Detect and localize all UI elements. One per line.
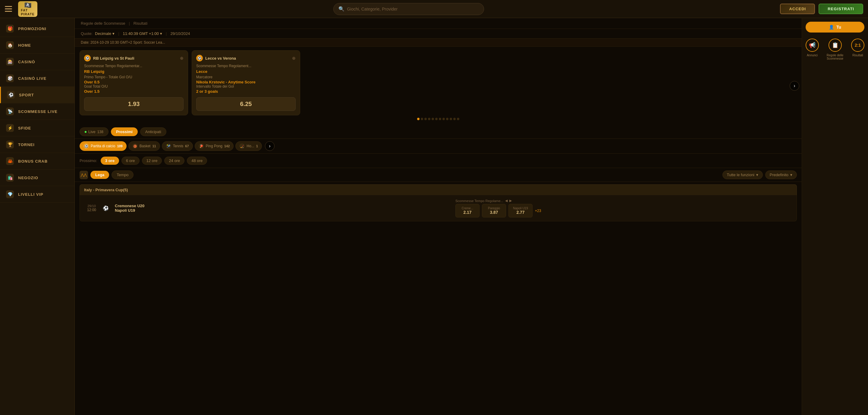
card2-expand-icon[interactable]: ⊕ [292, 56, 296, 61]
user-button[interactable]: 👤 Tu [806, 22, 864, 33]
sport-chips-next-button[interactable]: › [265, 141, 275, 151]
sport-filter-row: ⚽ Partita di calcio 109 🏀 Basket 11 🎾 Te… [75, 139, 802, 153]
card2-odds-button[interactable]: 6.25 [196, 97, 296, 111]
sport-chip-tennis[interactable]: 🎾 Tennis 67 [162, 141, 193, 151]
search-bar[interactable]: 🔍 [333, 3, 484, 15]
sidebar-item-home[interactable]: 🏠 HOME [0, 37, 74, 54]
time-chevron-icon: ▾ [160, 31, 162, 36]
featured-card-1: ⚽ RB Leipzig vs St Pauli ⊕ Scommesse Tem… [80, 50, 188, 115]
match-market-prev-icon[interactable]: ◀ [505, 199, 507, 203]
ticker-bar: Date: 2024-10-29 10:30 GMT+2 Sport: Socc… [75, 39, 802, 47]
carousel-dot-1[interactable] [421, 118, 423, 120]
ticker-text: Date: 2024-10-29 10:30 GMT+2 Sport: Socc… [81, 40, 165, 44]
sidebar-item-tornei[interactable]: 🏆 TORNEI [0, 136, 74, 153]
accedi-button[interactable]: ACCEDI [780, 4, 815, 14]
sport-chip-basket[interactable]: 🏀 Basket 11 [128, 141, 160, 151]
carousel-dot-6[interactable] [439, 118, 441, 120]
odds-more-button[interactable]: +23 [535, 209, 541, 213]
funzioni-dropdown[interactable]: Tutte le funzioni ▾ [722, 170, 763, 179]
sidebar-item-scommesse-live[interactable]: 📡 SCOMMESSE LIVE [0, 103, 74, 120]
sidebar-item-sport[interactable]: ⚽ SPORT [0, 87, 74, 103]
sport-chip-pingpong[interactable]: 🏓 Ping Pong 142 [195, 141, 234, 151]
lega-button[interactable]: Lega [90, 171, 109, 179]
match-market: Scommesse Tempo Regolame... ◀ ▶ [456, 199, 792, 203]
quote-dropdown[interactable]: Decimale ▾ [95, 31, 115, 36]
sidebar-item-sfide[interactable]: ⚡ SFIDE [0, 120, 74, 136]
card1-selection: RB Leipzig [84, 69, 184, 74]
collapse-button[interactable]: ⋀⋀ [80, 171, 88, 179]
carousel-dot-5[interactable] [435, 118, 438, 120]
odds-btn-away[interactable]: Napoli U19 2.77 [508, 204, 532, 217]
sidebar-toggle[interactable] [5, 4, 14, 14]
carousel-dot-4[interactable] [432, 118, 434, 120]
carousel-dot-3[interactable] [428, 118, 430, 120]
carousel-dot-10[interactable] [453, 118, 456, 120]
time-chip-6ore[interactable]: 6 ore [121, 157, 140, 165]
carousel-next-button[interactable]: › [789, 81, 799, 91]
tempo-button[interactable]: Tempo [112, 170, 133, 179]
time-chip-3ore[interactable]: 3 ore [101, 157, 119, 165]
time-chip-12ore[interactable]: 12 ore [142, 157, 162, 165]
risultati-icon: 2:1 [851, 39, 864, 52]
vip-icon: 💎 [6, 190, 14, 198]
registrati-button[interactable]: REGISTRATI [818, 4, 863, 14]
carousel-dot-7[interactable] [442, 118, 445, 120]
pingpong-label: Ping Pong [206, 144, 222, 148]
match-market-label: Scommesse Tempo Regolame... [456, 199, 503, 203]
carousel-dot-8[interactable] [446, 118, 448, 120]
time-value: 11:40:39 GMT +1:00 [123, 31, 159, 36]
sidebar-item-livelli-vip[interactable]: 💎 LIVELLI VIP [0, 186, 74, 203]
carousel-dot-2[interactable] [424, 118, 427, 120]
tab-live-count: 138 [97, 130, 103, 134]
carousel-dot-9[interactable] [450, 118, 452, 120]
predefinito-label: Predefinito [770, 173, 788, 177]
card2-sub-market2: Intervallo Totale dei Gol [196, 84, 296, 89]
odds-btn-draw[interactable]: Pareggio 3.87 [482, 204, 506, 217]
sidebar-item-casino-live[interactable]: 🎲 CASINÒ LIVE [0, 70, 74, 87]
match-market-next-icon[interactable]: ▶ [509, 199, 512, 203]
time-bar: Quote: Decimale ▾ | 11:40:39 GMT +1:00 ▾… [75, 29, 802, 39]
carousel-dot-11[interactable] [457, 118, 459, 120]
rp-risultati[interactable]: 2:1 Risultati [851, 39, 864, 60]
sidebar-label-promozioni: PROMOZIONI [18, 27, 46, 31]
live-indicator [85, 131, 87, 133]
scommesse-live-icon: 📡 [6, 107, 14, 115]
sidebar-item-casino[interactable]: 🎰 CASINÒ [0, 54, 74, 70]
carousel-dot-0[interactable] [417, 118, 420, 120]
tab-prossimi-label: Prossimi [116, 130, 133, 134]
breadcrumb-item-regole[interactable]: Regole delle Scommesse [81, 21, 125, 26]
card1-sub-val2: Over 1.5 [84, 89, 184, 94]
predefinito-dropdown[interactable]: Predefinito ▾ [765, 170, 797, 179]
odds-btn-home[interactable]: Creme... 2.17 [456, 204, 479, 217]
sport-icon: ⚽ [7, 91, 15, 99]
lega-tempo-left: ⋀⋀ Lega Tempo [80, 170, 133, 179]
time-dropdown[interactable]: 11:40:39 GMT +1:00 ▾ [123, 31, 162, 36]
tab-anticipati[interactable]: Anticipati [140, 127, 166, 136]
time-chip-24ore[interactable]: 24 ore [164, 157, 184, 165]
funzioni-label: Tutte le funzioni [727, 173, 754, 177]
odds-group: Creme... 2.17 Pareggio 3.87 Napoli U19 2… [456, 204, 792, 217]
odds-label-away: Napoli U19 [513, 207, 529, 210]
sidebar-item-bonus-crab[interactable]: 🦀 BONUS CRAB [0, 153, 74, 170]
search-input[interactable] [344, 7, 479, 11]
basket-label: Basket [140, 144, 151, 148]
nav-left: 🏴‍☠️ FATPIRATE [5, 1, 37, 17]
logo[interactable]: 🏴‍☠️ FATPIRATE [18, 1, 37, 17]
rp-annunci[interactable]: 📢 Annunci [806, 39, 819, 60]
sidebar-item-promozioni[interactable]: 🎁 PROMOZIONI [0, 21, 74, 37]
time-chip-48ore[interactable]: 48 ore [187, 157, 207, 165]
league-header: Italy - Primavera Cup(5) [80, 184, 797, 195]
tab-prossimi[interactable]: Prossimi [111, 127, 138, 136]
tab-live[interactable]: Live 138 [80, 127, 108, 136]
sport-chip-hockey[interactable]: 🏒 Ho... 1 [236, 141, 261, 151]
card1-expand-icon[interactable]: ⊕ [180, 56, 184, 61]
card1-odds-button[interactable]: 1.93 [84, 97, 184, 111]
tornei-icon: 🏆 [6, 141, 14, 148]
sport-chip-calcio[interactable]: ⚽ Partita di calcio 109 [80, 141, 127, 151]
sidebar: 🎁 PROMOZIONI 🏠 HOME 🎰 CASINÒ 🎲 CASINÒ LI… [0, 18, 75, 415]
breadcrumb-item-risultati[interactable]: Risultati [133, 21, 147, 26]
rp-regole[interactable]: 📋 Regole delle Scommesse [819, 39, 851, 60]
sidebar-item-negozio[interactable]: 🛍️ NEGOZIO [0, 170, 74, 186]
breadcrumb-separator: | [129, 21, 130, 26]
card2-header: ⚽ Lecce vs Verona ⊕ [196, 55, 296, 62]
